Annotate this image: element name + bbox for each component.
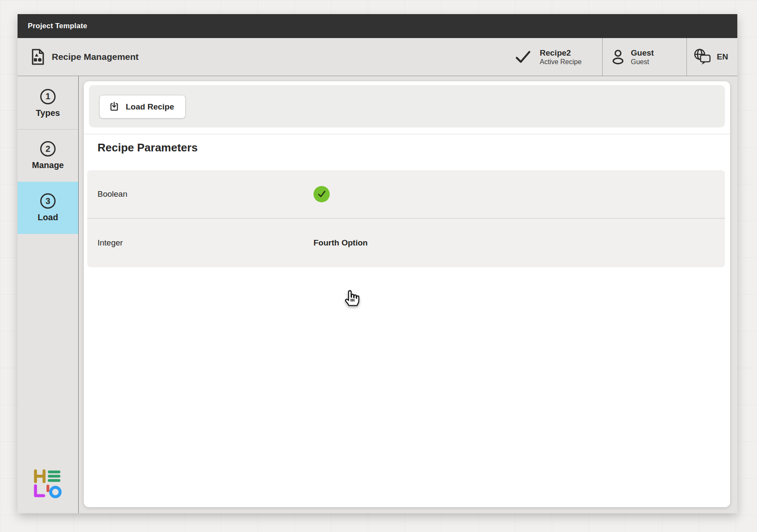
sidebar-step-types[interactable]: 1 Types bbox=[18, 77, 78, 130]
user-name: Guest bbox=[631, 48, 654, 58]
active-recipe-text: Recipe2 Active Recipe bbox=[540, 48, 582, 66]
language-label: EN bbox=[717, 52, 728, 62]
active-recipe-name: Recipe2 bbox=[540, 48, 582, 58]
user-role: Guest bbox=[631, 58, 654, 66]
card-divider bbox=[84, 134, 730, 134]
window-title: Project Template bbox=[28, 22, 87, 30]
param-value-boolean bbox=[313, 186, 330, 202]
user-text: Guest Guest bbox=[631, 48, 654, 66]
helio-logo bbox=[32, 469, 62, 499]
document-shapes-icon bbox=[30, 48, 45, 65]
param-row-integer: Integer Fourth Option bbox=[87, 219, 725, 267]
title-bar: Project Template bbox=[18, 14, 737, 38]
check-circle-icon bbox=[313, 186, 330, 202]
step-number-2: 2 bbox=[40, 141, 56, 157]
toolbar-panel: Load Recipe bbox=[89, 85, 725, 127]
language-switcher[interactable]: EN bbox=[686, 38, 737, 76]
page-title: Recipe Management bbox=[52, 52, 139, 62]
section-title: Recipe Parameters bbox=[98, 141, 198, 154]
load-recipe-button[interactable]: Load Recipe bbox=[99, 95, 186, 118]
main-card: Load Recipe Recipe Parameters Boolean In… bbox=[84, 81, 730, 507]
step-list: 1 Types 2 Manage 3 Load bbox=[18, 77, 78, 234]
header-right: Recipe2 Active Recipe Guest Guest bbox=[493, 38, 737, 76]
step-sidebar: 1 Types 2 Manage 3 Load bbox=[18, 76, 79, 513]
recipe-parameters-panel: Boolean Integer Fourth Option bbox=[87, 170, 725, 267]
user-menu[interactable]: Guest Guest bbox=[602, 38, 686, 76]
app-header: Recipe Management Recipe2 Active Recipe bbox=[18, 38, 737, 76]
step-number-1: 1 bbox=[40, 89, 56, 104]
load-recipe-label: Load Recipe bbox=[126, 102, 174, 112]
app-header-left: Recipe Management bbox=[18, 48, 139, 65]
check-icon bbox=[515, 50, 531, 64]
sidebar-step-load[interactable]: 3 Load bbox=[18, 182, 78, 234]
step-number-3: 3 bbox=[40, 193, 56, 209]
app-window: Project Template Recipe Management bbox=[18, 14, 737, 513]
step-label-manage: Manage bbox=[32, 160, 64, 170]
active-recipe-indicator[interactable]: Recipe2 Active Recipe bbox=[493, 38, 602, 76]
globe-chat-icon bbox=[693, 48, 713, 66]
param-label-boolean: Boolean bbox=[98, 189, 127, 199]
active-recipe-status: Active Recipe bbox=[540, 58, 582, 66]
person-icon bbox=[611, 49, 625, 65]
param-row-boolean: Boolean bbox=[87, 170, 725, 218]
param-label-integer: Integer bbox=[98, 238, 123, 248]
step-label-types: Types bbox=[36, 108, 60, 118]
sidebar-step-manage[interactable]: 2 Manage bbox=[18, 130, 78, 182]
param-value-integer: Fourth Option bbox=[313, 238, 368, 248]
download-icon bbox=[108, 101, 120, 113]
step-label-load: Load bbox=[38, 213, 58, 222]
